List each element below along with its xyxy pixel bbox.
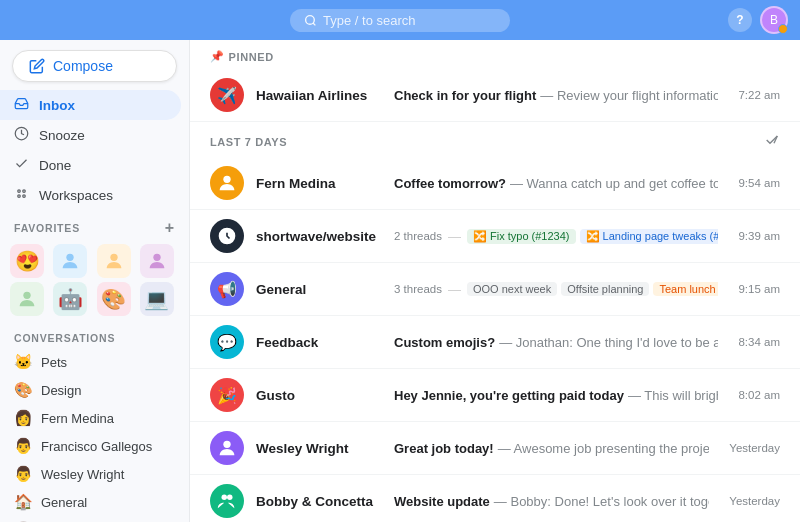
email-sender: Bobby & Concetta bbox=[256, 494, 386, 509]
conv-item-wesley[interactable]: 👨 Wesley Wright bbox=[0, 460, 189, 488]
favorite-item[interactable] bbox=[140, 244, 174, 278]
conv-item-bobby[interactable]: 👦 Bobby Tables bbox=[0, 516, 189, 522]
inbox-label: Inbox bbox=[39, 98, 75, 113]
email-sender: Gusto bbox=[256, 388, 386, 403]
svg-point-7 bbox=[67, 254, 74, 261]
conv-label-francisco: Francisco Gallegos bbox=[41, 439, 152, 454]
conv-item-fern[interactable]: 👩 Fern Medina bbox=[0, 404, 189, 432]
email-time: 8:02 am bbox=[738, 389, 780, 401]
email-subject: Coffee tomorrow? bbox=[394, 176, 506, 191]
bobby-concetta-avatar bbox=[210, 484, 244, 518]
conversations-section-header: CONVERSATIONS bbox=[0, 322, 189, 348]
email-preview: Custom emojis? — Jonathan: One thing I'd… bbox=[394, 335, 718, 350]
favorite-item[interactable] bbox=[10, 282, 44, 316]
svg-point-0 bbox=[306, 15, 315, 24]
search-bar[interactable]: Type / to search bbox=[290, 9, 510, 32]
avatar-initials: B bbox=[770, 13, 778, 27]
email-row-feedback[interactable]: 💬 Feedback Custom emojis? — Jonathan: On… bbox=[190, 316, 800, 369]
email-row-shortwave[interactable]: shortwave/website 2 threads — 🔀 Fix typo… bbox=[190, 210, 800, 263]
sidebar-item-snooze[interactable]: Snooze bbox=[0, 120, 181, 150]
favorite-item[interactable]: 🤖 bbox=[53, 282, 87, 316]
conv-item-design[interactable]: 🎨 Design bbox=[0, 376, 189, 404]
thread-count: 3 threads bbox=[394, 283, 442, 295]
email-time: 8:34 am bbox=[738, 336, 780, 348]
svg-point-3 bbox=[18, 190, 21, 193]
wesley-icon: 👨 bbox=[14, 465, 33, 483]
hawaiian-avatar: ✈️ bbox=[210, 78, 244, 112]
email-row-hawaiian[interactable]: ✈️ Hawaiian Airlines Check in for your f… bbox=[190, 69, 800, 122]
email-subject: Great job today! bbox=[394, 441, 494, 456]
conv-label-pets: Pets bbox=[41, 355, 67, 370]
conv-label-fern: Fern Medina bbox=[41, 411, 114, 426]
email-time: 7:22 am bbox=[738, 89, 780, 101]
email-main: shortwave/website 2 threads — 🔀 Fix typo… bbox=[256, 229, 718, 244]
email-snippet: — This will brighten your da... bbox=[628, 388, 719, 403]
svg-point-15 bbox=[227, 495, 233, 501]
conv-item-francisco[interactable]: 👨 Francisco Gallegos bbox=[0, 432, 189, 460]
email-snippet: — Review your flight information for you… bbox=[540, 88, 718, 103]
sidebar-item-workspaces[interactable]: Workspaces bbox=[0, 180, 181, 210]
pinned-label: PINNED bbox=[229, 51, 780, 63]
conv-item-general[interactable]: 🏠 General bbox=[0, 488, 189, 516]
email-time: 9:54 am bbox=[738, 177, 780, 189]
email-row-wesley[interactable]: Wesley Wright Great job today! — Awesome… bbox=[190, 422, 800, 475]
email-subject: Custom emojis? bbox=[394, 335, 495, 350]
sidebar: Compose Inbox Snooze bbox=[0, 40, 190, 522]
pin-icon: 📌 bbox=[210, 50, 225, 63]
email-main: Feedback Custom emojis? — Jonathan: One … bbox=[256, 335, 718, 350]
separator: — bbox=[448, 282, 461, 297]
conv-item-pets[interactable]: 🐱 Pets bbox=[0, 348, 189, 376]
francisco-icon: 👨 bbox=[14, 437, 33, 455]
workspaces-label: Workspaces bbox=[39, 188, 113, 203]
email-preview: Coffee tomorrow? — Wanna catch up and ge… bbox=[394, 176, 718, 191]
favorite-item[interactable]: 😍 bbox=[10, 244, 44, 278]
snooze-label: Snooze bbox=[39, 128, 85, 143]
inbox-icon bbox=[14, 96, 29, 114]
done-label: Done bbox=[39, 158, 71, 173]
email-subject: Website update bbox=[394, 494, 490, 509]
mark-all-read-button[interactable] bbox=[764, 132, 780, 151]
sidebar-item-inbox[interactable]: Inbox bbox=[0, 90, 181, 120]
favorite-item[interactable]: 🎨 bbox=[97, 282, 131, 316]
main-layout: Compose Inbox Snooze bbox=[0, 40, 800, 522]
conv-label-wesley: Wesley Wright bbox=[41, 467, 124, 482]
help-button[interactable]: ? bbox=[728, 8, 752, 32]
email-row-fern[interactable]: Fern Medina Coffee tomorrow? — Wanna cat… bbox=[190, 157, 800, 210]
email-row-gusto[interactable]: 🎉 Gusto Hey Jennie, you're getting paid … bbox=[190, 369, 800, 422]
email-preview: Website update — Bobby: Done! Let's look… bbox=[394, 494, 709, 509]
tag-fix: 🔀 Fix typo (#1234) bbox=[467, 229, 576, 244]
topbar-right: ? B bbox=[728, 6, 788, 34]
workspaces-icon bbox=[14, 186, 29, 204]
avatar[interactable]: B bbox=[760, 6, 788, 34]
fern-avatar bbox=[210, 166, 244, 200]
sidebar-item-done[interactable]: Done bbox=[0, 150, 181, 180]
email-row-general[interactable]: 📢 General 3 threads — OOO next week Offs… bbox=[190, 263, 800, 316]
compose-icon bbox=[29, 58, 45, 74]
email-preview: Check in for your flight — Review your f… bbox=[394, 88, 718, 103]
svg-point-5 bbox=[18, 195, 21, 198]
search-icon bbox=[304, 14, 317, 27]
svg-point-11 bbox=[223, 176, 230, 183]
tag-offsite: Offsite planning bbox=[561, 282, 649, 296]
last7days-section-label: LAST 7 DAYS bbox=[190, 122, 800, 157]
feedback-avatar: 💬 bbox=[210, 325, 244, 359]
email-row-bobby-concetta[interactable]: Bobby & Concetta Website update — Bobby:… bbox=[190, 475, 800, 522]
email-main: Wesley Wright Great job today! — Awesome… bbox=[256, 441, 709, 456]
email-snippet: — Jonathan: One thing I'd love to be abl… bbox=[499, 335, 718, 350]
email-subject: Hey Jennie, you're getting paid today bbox=[394, 388, 624, 403]
email-sender: Feedback bbox=[256, 335, 386, 350]
compose-button[interactable]: Compose bbox=[12, 50, 177, 82]
favorite-item[interactable] bbox=[97, 244, 131, 278]
email-time: 9:15 am bbox=[738, 283, 780, 295]
email-preview: 3 threads — OOO next week Offsite planni… bbox=[394, 282, 718, 297]
favorites-label: FAVORITES bbox=[14, 222, 80, 234]
fern-icon: 👩 bbox=[14, 409, 33, 427]
favorite-item[interactable] bbox=[53, 244, 87, 278]
add-favorite-button[interactable]: + bbox=[165, 220, 175, 236]
conv-label-design: Design bbox=[41, 383, 81, 398]
email-preview: 2 threads — 🔀 Fix typo (#1234) 🔀 Landing… bbox=[394, 229, 718, 244]
pets-icon: 🐱 bbox=[14, 353, 33, 371]
svg-point-4 bbox=[23, 190, 26, 193]
favorite-item[interactable]: 💻 bbox=[140, 282, 174, 316]
email-sender: Wesley Wright bbox=[256, 441, 386, 456]
